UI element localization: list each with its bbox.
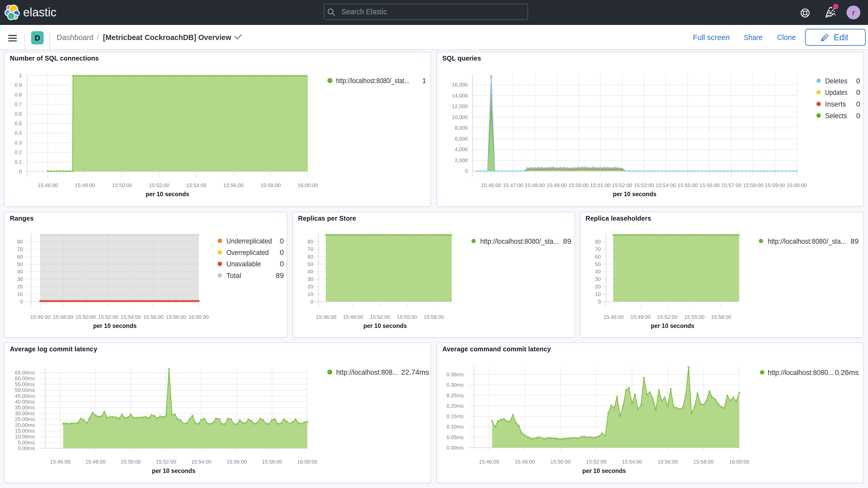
svg-text:Edit: Edit — [834, 32, 848, 42]
svg-text:Share: Share — [744, 33, 763, 41]
svg-text:Search Elastic: Search Elastic — [341, 7, 387, 16]
svg-text:/: / — [97, 33, 99, 41]
svg-text:[Metricbeat CockroachDB] Overv: [Metricbeat CockroachDB] Overview — [103, 33, 231, 41]
svg-text:r: r — [852, 8, 855, 17]
svg-text:Clone: Clone — [777, 33, 796, 41]
svg-text:elastic: elastic — [23, 5, 56, 19]
svg-text:D: D — [35, 34, 40, 42]
svg-text:Full screen: Full screen — [693, 33, 730, 41]
svg-text:Dashboard: Dashboard — [57, 33, 94, 41]
